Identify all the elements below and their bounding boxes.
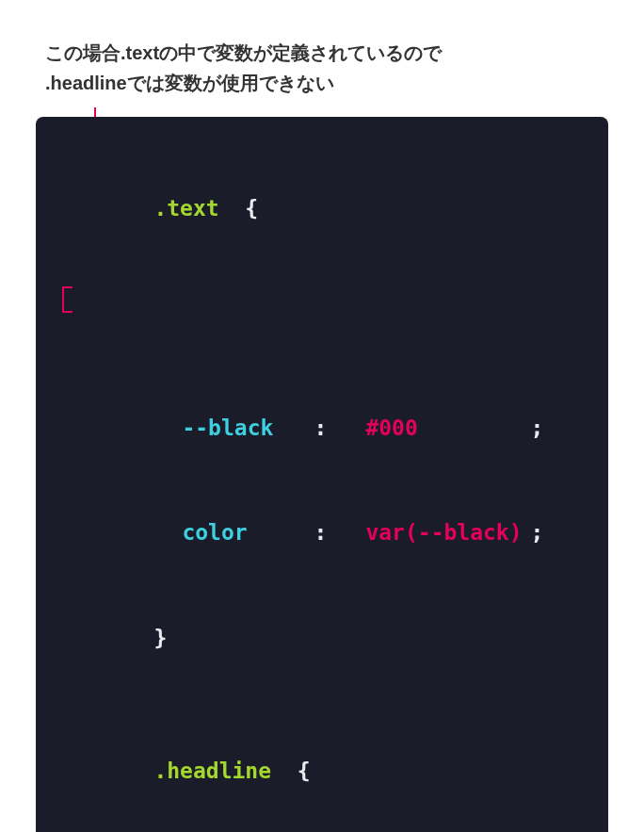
bracket-mark-icon (62, 311, 72, 313)
brace-open: { (245, 196, 258, 220)
code-line: --black:#000; (102, 282, 566, 477)
colon: : (314, 516, 342, 549)
code-line: } (102, 589, 566, 687)
caption-line2: .headlineでは変数が使用できない (45, 68, 608, 98)
caption-text: この場合.textの中で変数が定義されているので .headlineでは変数が使… (45, 38, 608, 98)
code-block: .text { --black:#000; color:var(--black)… (36, 117, 608, 832)
code-line: .text { (102, 159, 566, 257)
css-selector: .text (153, 196, 218, 220)
code-line: color:var(--black); (102, 484, 566, 582)
css-property: --black (182, 412, 314, 445)
brace-open: { (298, 759, 311, 783)
css-value: #000 (365, 412, 530, 445)
css-property: color (182, 516, 314, 549)
semicolon: ; (530, 412, 543, 445)
code-line: .headline { (102, 723, 566, 821)
bracket-mark-icon (62, 286, 64, 313)
brace-close: } (153, 626, 167, 650)
semicolon: ; (530, 516, 543, 549)
colon: : (314, 412, 342, 445)
css-value: var(--black) (365, 516, 530, 549)
css-selector: .headline (153, 759, 271, 783)
caption-line1: この場合.textの中で変数が定義されているので (45, 38, 608, 68)
